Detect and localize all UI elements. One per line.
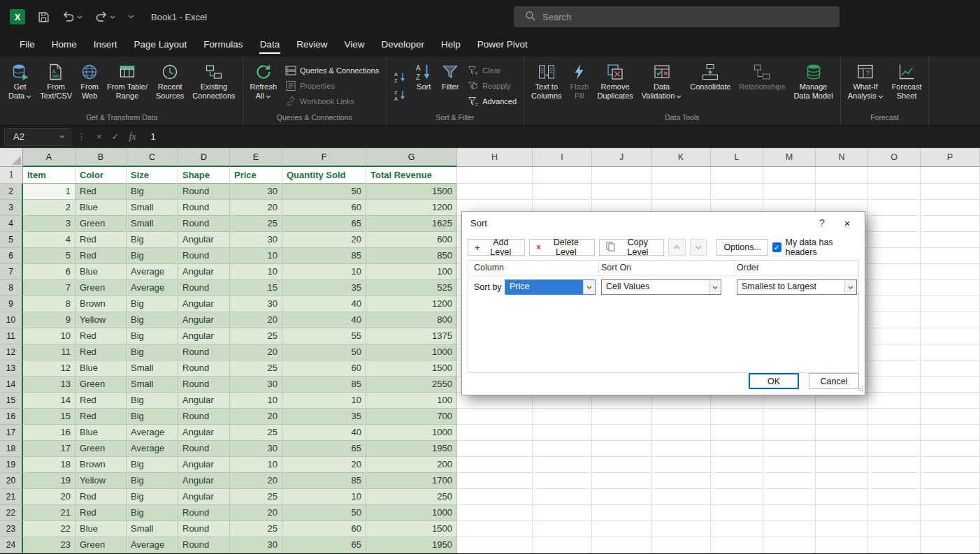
header-cell[interactable]: Total Revenue xyxy=(366,167,457,184)
cell[interactable]: 13 xyxy=(23,377,75,393)
cell[interactable] xyxy=(457,489,533,505)
cell[interactable]: Average xyxy=(127,264,178,280)
cell[interactable] xyxy=(651,167,711,184)
cell[interactable]: 9 xyxy=(23,312,75,328)
cell[interactable] xyxy=(592,489,651,505)
cell[interactable] xyxy=(651,457,711,473)
cell[interactable]: 8 xyxy=(23,296,75,312)
cell[interactable] xyxy=(921,296,980,312)
header-cell[interactable]: Shape xyxy=(178,167,230,184)
cell[interactable]: Round xyxy=(178,248,230,264)
cell[interactable]: Round xyxy=(178,505,230,521)
cell[interactable]: Angular xyxy=(178,425,230,441)
row-header[interactable]: 1 xyxy=(0,167,23,184)
dialog-titlebar[interactable]: Sort ? × xyxy=(462,212,865,234)
cell[interactable]: Big xyxy=(127,489,178,505)
cell[interactable] xyxy=(592,505,651,521)
cell[interactable] xyxy=(457,505,533,521)
cell[interactable] xyxy=(868,425,921,441)
sort-button[interactable]: AZSort xyxy=(411,59,436,112)
cell[interactable]: 700 xyxy=(366,409,457,425)
header-cell[interactable]: Size xyxy=(127,167,178,184)
chevron-down-icon[interactable] xyxy=(844,280,856,294)
cell[interactable] xyxy=(921,280,980,296)
cell[interactable] xyxy=(651,409,711,425)
move-down-button[interactable] xyxy=(690,239,707,256)
cell[interactable] xyxy=(533,425,592,441)
cell[interactable] xyxy=(921,167,980,184)
row-header[interactable]: 17 xyxy=(0,425,23,441)
workbook-links-button[interactable]: Workbook Links xyxy=(283,95,381,108)
cell[interactable] xyxy=(592,441,651,457)
cell[interactable]: Average xyxy=(127,537,178,553)
cancel-button[interactable]: Cancel xyxy=(809,373,859,389)
cell[interactable]: 11 xyxy=(23,344,75,360)
cell[interactable]: Big xyxy=(127,312,178,328)
cell[interactable] xyxy=(816,441,868,457)
cell[interactable] xyxy=(457,521,533,537)
cell[interactable]: Yellow xyxy=(75,312,127,328)
cell[interactable] xyxy=(763,473,816,489)
cell[interactable]: 7 xyxy=(23,280,75,296)
cell[interactable] xyxy=(868,312,921,328)
column-header-g[interactable]: G xyxy=(366,148,457,167)
column-header-f[interactable]: F xyxy=(282,148,366,167)
options-button[interactable]: Options... xyxy=(716,239,768,256)
cell[interactable]: 525 xyxy=(366,280,457,296)
queries-connections-button[interactable]: Queries & Connections xyxy=(283,64,381,77)
tab-developer[interactable]: Developer xyxy=(373,34,433,57)
cell[interactable]: Big xyxy=(127,184,178,200)
cell[interactable]: Small xyxy=(127,377,178,393)
cell[interactable]: 2 xyxy=(23,200,75,216)
cell[interactable]: 600 xyxy=(366,232,457,248)
copy-level-button[interactable]: Copy Level xyxy=(599,239,664,256)
cell[interactable] xyxy=(868,167,921,184)
cell[interactable]: 10 xyxy=(230,393,282,409)
cell[interactable]: Small xyxy=(127,200,178,216)
cell[interactable]: Red xyxy=(75,505,127,521)
cell[interactable] xyxy=(592,425,651,441)
cell[interactable]: Red xyxy=(75,248,127,264)
cell[interactable]: Blue xyxy=(75,360,127,377)
row-header[interactable]: 11 xyxy=(0,328,23,344)
cell[interactable]: 35 xyxy=(282,280,366,296)
row-header[interactable]: 5 xyxy=(0,232,23,248)
cell[interactable] xyxy=(816,537,868,553)
row-header[interactable]: 16 xyxy=(0,409,23,425)
remove-duplicates-button[interactable]: RemoveDuplicates xyxy=(593,59,636,112)
cell[interactable]: 850 xyxy=(366,248,457,264)
cell[interactable]: 1000 xyxy=(366,344,457,360)
quick-access-customize-button[interactable] xyxy=(128,15,134,19)
cell[interactable]: 2550 xyxy=(366,377,457,393)
cell[interactable] xyxy=(868,200,921,216)
cell[interactable]: 10 xyxy=(282,489,366,505)
cell[interactable] xyxy=(592,184,651,200)
cell[interactable] xyxy=(921,505,980,521)
cell[interactable]: Round xyxy=(178,216,230,232)
cell[interactable]: 40 xyxy=(282,425,366,441)
cell[interactable] xyxy=(592,409,651,425)
recent-sources-button[interactable]: RecentSources xyxy=(152,59,187,112)
cell[interactable]: 35 xyxy=(282,409,366,425)
row-header[interactable]: 10 xyxy=(0,312,23,328)
cell[interactable] xyxy=(651,505,711,521)
cell[interactable]: Blue xyxy=(75,200,127,216)
cell[interactable]: 30 xyxy=(230,296,282,312)
sort-on-select[interactable]: Cell Values xyxy=(601,279,721,295)
cell[interactable]: 25 xyxy=(230,489,282,505)
cell[interactable] xyxy=(711,521,763,537)
cell[interactable]: Blue xyxy=(75,264,127,280)
cell[interactable] xyxy=(763,489,816,505)
formula-bar-value[interactable]: 1 xyxy=(151,131,156,142)
row-header[interactable]: 4 xyxy=(0,216,23,232)
excel-logo[interactable]: X xyxy=(10,9,25,24)
cell[interactable]: 30 xyxy=(230,377,282,393)
cell[interactable] xyxy=(651,473,711,489)
cell[interactable] xyxy=(651,441,711,457)
cell[interactable]: 40 xyxy=(282,296,366,312)
cell[interactable] xyxy=(868,489,921,505)
cell[interactable]: 60 xyxy=(282,200,366,216)
cell[interactable] xyxy=(921,457,980,473)
move-up-button[interactable] xyxy=(668,239,686,256)
insert-function-icon[interactable]: fx xyxy=(129,131,136,143)
